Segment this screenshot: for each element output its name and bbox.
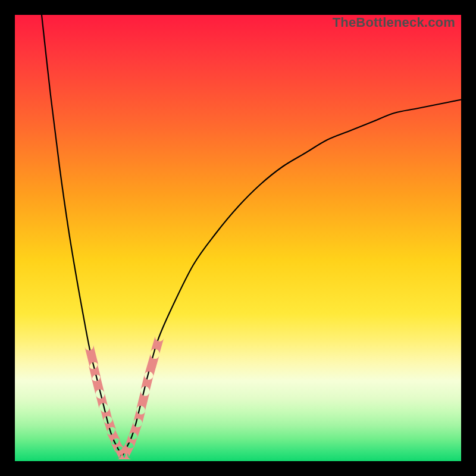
curve-left (42, 15, 122, 457)
bead-marker (89, 364, 101, 380)
bead-marker (145, 353, 159, 377)
plot-area: TheBottleneck.com (15, 15, 461, 461)
chart-frame: TheBottleneck.com (0, 0, 476, 476)
bead-marker (84, 345, 98, 368)
bead-marker (96, 393, 108, 409)
bead-marker (92, 375, 105, 394)
curve-right (122, 100, 461, 457)
attribution-label: TheBottleneck.com (333, 15, 455, 30)
bead-markers (84, 336, 164, 460)
chart-svg (15, 15, 461, 461)
bead-marker (151, 336, 164, 355)
